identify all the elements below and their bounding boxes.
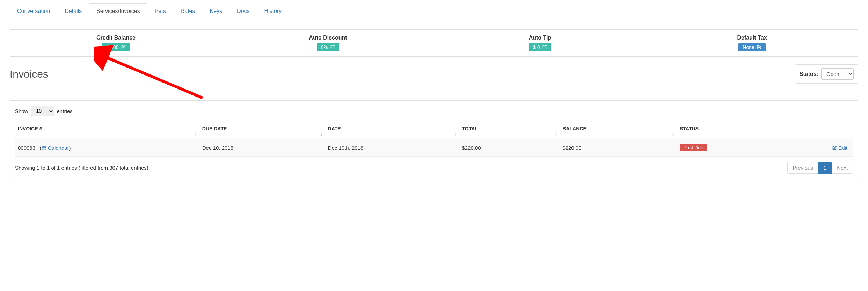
status-filter-label: Status: xyxy=(800,71,818,77)
table-row: 000963 ( Calendar) Dec 10, 2018 Dec 10th… xyxy=(15,139,853,157)
sort-icon: ▲▼ xyxy=(454,133,457,136)
pagination-page-1[interactable]: 1 xyxy=(818,162,832,174)
tab-conversation[interactable]: Conversation xyxy=(10,3,57,19)
auto-tip-title: Auto Tip xyxy=(438,35,642,41)
entries-count-select[interactable]: 10 xyxy=(31,106,54,116)
tab-rates[interactable]: Rates xyxy=(173,3,203,19)
sort-desc-icon: ▲▼ xyxy=(320,133,323,136)
credit-balance-value: $0.00 xyxy=(106,44,118,50)
credit-balance-card: Credit Balance $0.00 xyxy=(10,30,222,56)
due-date-cell: Dec 10, 2018 xyxy=(199,139,325,157)
table-info-text: Showing 1 to 1 of 1 entries (filtered fr… xyxy=(15,165,148,171)
tab-docs[interactable]: Docs xyxy=(229,3,257,19)
invoices-heading: Invoices xyxy=(10,68,48,80)
credit-balance-button[interactable]: $0.00 xyxy=(102,43,130,51)
default-tax-value: None xyxy=(743,44,754,50)
column-header-actions xyxy=(778,122,853,139)
edit-icon xyxy=(757,45,761,50)
status-filter-select[interactable]: Open xyxy=(821,68,854,80)
column-header-balance-label: BALANCE xyxy=(562,126,586,132)
auto-tip-card: Auto Tip $ 0 xyxy=(434,30,646,56)
pagination: Previous 1 Next xyxy=(787,162,853,174)
tab-history[interactable]: History xyxy=(257,3,289,19)
pagination-previous[interactable]: Previous xyxy=(787,162,818,174)
table-footer: Showing 1 to 1 of 1 entries (filtered fr… xyxy=(15,157,853,174)
auto-tip-value: $ 0 xyxy=(533,44,540,50)
invoices-header: Invoices Status: Open xyxy=(10,64,858,84)
auto-discount-value: 0% xyxy=(321,44,328,50)
edit-label: Edit xyxy=(838,145,847,151)
invoices-table: INVOICE # ▲▼ DUE DATE ▲▼ DATE ▲▼ TOTAL ▲… xyxy=(15,122,853,157)
edit-icon xyxy=(542,45,547,50)
edit-icon xyxy=(832,146,837,150)
edit-icon xyxy=(330,45,335,50)
entries-show-label: Show xyxy=(15,108,28,114)
default-tax-button[interactable]: None xyxy=(738,43,765,51)
column-header-total[interactable]: TOTAL ▲▼ xyxy=(459,122,560,139)
auto-discount-button[interactable]: 0% xyxy=(317,43,339,51)
edit-icon xyxy=(121,45,126,50)
column-header-due-date-label: DUE DATE xyxy=(202,126,227,132)
auto-tip-button[interactable]: $ 0 xyxy=(529,43,551,51)
credit-balance-title: Credit Balance xyxy=(14,35,218,41)
edit-invoice-link[interactable]: Edit xyxy=(832,145,847,151)
auto-discount-card: Auto Discount 0% xyxy=(222,30,434,56)
sort-icon: ▲▼ xyxy=(672,133,675,136)
column-header-invoice-no-label: INVOICE # xyxy=(18,126,42,132)
calendar-link[interactable]: Calendar xyxy=(48,145,69,151)
column-header-status: STATUS xyxy=(677,122,778,139)
calendar-icon xyxy=(42,146,46,150)
date-cell: Dec 10th, 2018 xyxy=(325,139,459,157)
column-header-total-label: TOTAL xyxy=(462,126,477,132)
balance-cards-row: Credit Balance $0.00 Auto Discount 0% Au… xyxy=(10,29,858,57)
status-badge: Past Due xyxy=(680,144,707,151)
total-cell: $220.00 xyxy=(459,139,560,157)
balance-cell: $220.00 xyxy=(560,139,677,157)
column-header-date[interactable]: DATE ▲▼ xyxy=(325,122,459,139)
column-header-due-date[interactable]: DUE DATE ▲▼ xyxy=(199,122,325,139)
invoices-table-card: Show 10 entries INVOICE # ▲▼ DUE DATE ▲▼… xyxy=(10,100,858,179)
sort-icon: ▲▼ xyxy=(554,133,557,136)
entries-length-control: Show 10 entries xyxy=(15,106,853,116)
tabs-bar: Conversation Details Services/Invoices P… xyxy=(10,3,858,19)
pagination-next[interactable]: Next xyxy=(832,162,853,174)
tab-services-invoices[interactable]: Services/Invoices xyxy=(89,3,147,19)
column-header-invoice-no[interactable]: INVOICE # ▲▼ xyxy=(15,122,199,139)
entries-text-label: entries xyxy=(57,108,73,114)
column-header-date-label: DATE xyxy=(328,126,341,132)
svg-rect-2 xyxy=(42,146,46,149)
default-tax-title: Default Tax xyxy=(650,35,854,41)
default-tax-card: Default Tax None xyxy=(646,30,858,56)
tab-details[interactable]: Details xyxy=(57,3,89,19)
tab-pets[interactable]: Pets xyxy=(147,3,173,19)
auto-discount-title: Auto Discount xyxy=(226,35,430,41)
sort-icon: ▲▼ xyxy=(194,133,197,136)
column-header-status-label: STATUS xyxy=(680,126,699,132)
tab-keys[interactable]: Keys xyxy=(203,3,230,19)
invoice-number: 000963 xyxy=(18,145,35,151)
column-header-balance[interactable]: BALANCE ▲▼ xyxy=(560,122,677,139)
status-filter: Status: Open xyxy=(795,64,858,84)
